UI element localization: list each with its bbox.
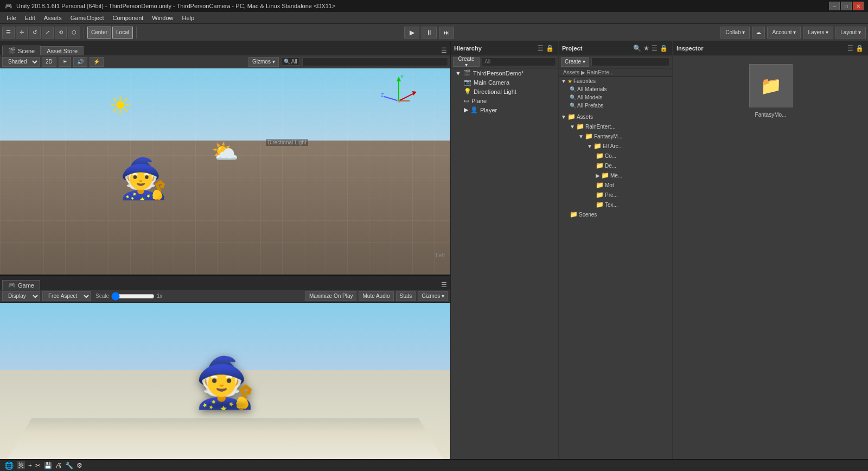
center-button[interactable]: Center bbox=[87, 27, 111, 39]
project-toolbar: Create ▾ bbox=[559, 55, 672, 68]
fav-prefabs[interactable]: 🔍 All Prefabs bbox=[559, 101, 672, 110]
mot-folder[interactable]: 📁 Mot bbox=[559, 180, 672, 190]
minimize-button[interactable]: – bbox=[829, 2, 840, 10]
right-panels: Hierarchy ☰ 🔒 Create ▾ ▼ 🎬 ThirdPersonDe… bbox=[450, 41, 868, 471]
asset-preview-icon: 📁 bbox=[749, 64, 793, 107]
status-bar: 🌐 英 + ✂ 💾 🖨 🔧 ⚙ bbox=[0, 459, 868, 471]
favorites-star-icon: ★ bbox=[567, 78, 572, 84]
hierarchy-item-maincamera[interactable]: 📷 Main Camera bbox=[451, 78, 558, 87]
layers-button[interactable]: Layers ▾ bbox=[803, 27, 833, 39]
hierarchy-item-player[interactable]: ▶ 👤 Player bbox=[451, 105, 558, 114]
de-folder[interactable]: 📁 De... bbox=[559, 161, 672, 170]
rotate-tool[interactable]: ↺ bbox=[29, 27, 41, 39]
scene-expand-icon: ▼ bbox=[455, 70, 461, 77]
gizmos-game-btn[interactable]: Gizmos ▾ bbox=[418, 291, 448, 301]
fantasym-folder[interactable]: ▼ 📁 FantasyM... bbox=[559, 131, 672, 141]
scene-search-input[interactable] bbox=[302, 58, 448, 66]
scene-toolbar: Shaded 2D ☀ 🔊 ⚡ Gizmos ▾ 🔍 All bbox=[0, 55, 450, 68]
layout-button[interactable]: Layout ▾ bbox=[835, 27, 866, 39]
account-button[interactable]: Account ▾ bbox=[767, 27, 801, 39]
assets-section[interactable]: ▼ 📁 Assets bbox=[559, 112, 672, 122]
tex-folder[interactable]: 📁 Tex... bbox=[559, 200, 672, 209]
favorites-section[interactable]: ▼ ★ Favorites bbox=[559, 77, 672, 85]
inspector-menu-btn[interactable]: ☰ bbox=[846, 43, 854, 53]
scene-viewport[interactable]: ☀ ⛅ 🧙 Y bbox=[0, 68, 450, 275]
hierarchy-lock-btn[interactable]: 🔒 bbox=[545, 43, 555, 53]
close-button[interactable]: ✕ bbox=[853, 2, 864, 10]
inspector-lock-btn[interactable]: 🔒 bbox=[854, 43, 865, 53]
hierarchy-title: Hierarchy bbox=[454, 45, 482, 52]
scene-icon: 🎬 bbox=[463, 69, 471, 77]
hierarchy-item-directionallight[interactable]: 💡 Directional Light bbox=[451, 87, 558, 96]
step-button[interactable]: ⏭ bbox=[439, 27, 454, 39]
elfarc-folder[interactable]: ▼ 📁 Elf Arc... bbox=[559, 141, 672, 151]
pause-button[interactable]: ⏸ bbox=[422, 27, 437, 39]
audio-toggle[interactable]: 🔊 bbox=[73, 57, 87, 67]
me-folder[interactable]: ▶ 📁 Me... bbox=[559, 170, 672, 180]
menu-edit[interactable]: Edit bbox=[21, 14, 40, 22]
pre-folder[interactable]: 📁 Pre... bbox=[559, 190, 672, 200]
rect-tool[interactable]: ⟲ bbox=[55, 27, 67, 39]
scene-tab[interactable]: 🎬 Scene bbox=[2, 46, 41, 55]
aspect-dropdown[interactable]: Free Aspect bbox=[42, 291, 91, 301]
scale-slider[interactable] bbox=[111, 294, 155, 299]
project-create-btn[interactable]: Create ▾ bbox=[561, 57, 589, 67]
game-panel-menu[interactable]: ☰ bbox=[440, 280, 448, 290]
play-button[interactable]: ▶ bbox=[404, 27, 419, 39]
light-toggle[interactable]: ☀ bbox=[59, 57, 71, 67]
2d-toggle[interactable]: 2D bbox=[42, 57, 56, 67]
hierarchy-item-plane[interactable]: ▭ Plane bbox=[451, 96, 558, 105]
shading-dropdown[interactable]: Shaded bbox=[2, 57, 40, 67]
me-folder-icon: 📁 bbox=[601, 171, 609, 179]
fav-models[interactable]: 🔍 All Models bbox=[559, 93, 672, 101]
project-search-btn[interactable]: 🔍 bbox=[632, 43, 642, 53]
light-icon: 💡 bbox=[464, 88, 471, 95]
cloud-button[interactable]: ☁ bbox=[752, 27, 765, 39]
fantasym-folder-icon: 📁 bbox=[585, 132, 593, 140]
inspector-header: Inspector ☰ 🔒 bbox=[673, 41, 868, 55]
mute-audio-btn[interactable]: Mute Audio bbox=[359, 291, 393, 301]
transform-tool[interactable]: ⬡ bbox=[68, 27, 80, 39]
pivot-group: Center Local bbox=[87, 27, 137, 39]
menu-window[interactable]: Window bbox=[148, 14, 177, 22]
hand-tool[interactable]: ☰ bbox=[2, 27, 15, 39]
hierarchy-item-scene[interactable]: ▼ 🎬 ThirdPersonDemo* bbox=[451, 68, 558, 78]
hierarchy-menu-btn[interactable]: ☰ bbox=[537, 43, 545, 53]
maximize-on-play-btn[interactable]: Maximize On Play bbox=[305, 291, 357, 301]
camera-icon: 📷 bbox=[464, 79, 471, 86]
stats-btn[interactable]: Stats bbox=[396, 291, 416, 301]
fx-toggle[interactable]: ⚡ bbox=[90, 57, 104, 67]
menu-assets[interactable]: Assets bbox=[40, 14, 66, 22]
maximize-button[interactable]: □ bbox=[841, 2, 852, 10]
project-fav-btn[interactable]: ★ bbox=[642, 43, 650, 53]
project-lock-btn[interactable]: 🔒 bbox=[659, 43, 669, 53]
menu-gameobject[interactable]: GameObject bbox=[66, 14, 108, 22]
scenes-folder[interactable]: 📁 Scenes bbox=[559, 209, 672, 219]
menu-file[interactable]: File bbox=[2, 14, 21, 22]
project-tree: ▼ ★ Favorites 🔍 All Materials 🔍 All Mode… bbox=[559, 77, 672, 471]
project-menu-btn[interactable]: ☰ bbox=[650, 43, 659, 53]
game-tab-bar: 🎮 Game ☰ bbox=[0, 276, 450, 290]
collab-button[interactable]: Collab ▾ bbox=[720, 27, 750, 39]
project-search-input[interactable] bbox=[591, 58, 670, 66]
hierarchy-search-input[interactable] bbox=[482, 58, 556, 66]
de-folder-icon: 📁 bbox=[596, 162, 604, 169]
local-button[interactable]: Local bbox=[112, 27, 133, 39]
gizmos-scene-btn[interactable]: Gizmos ▾ bbox=[248, 57, 279, 67]
co-folder[interactable]: 📁 Co... bbox=[559, 151, 672, 161]
game-tab[interactable]: 🎮 Game bbox=[2, 280, 40, 290]
game-viewport[interactable]: 🧙 bbox=[0, 303, 450, 471]
display-dropdown[interactable]: Display 1 bbox=[2, 291, 40, 301]
fav-materials[interactable]: 🔍 All Materials bbox=[559, 85, 672, 93]
co-folder-icon: 📁 bbox=[596, 152, 604, 160]
menu-component[interactable]: Component bbox=[108, 14, 148, 22]
menu-help[interactable]: Help bbox=[177, 14, 199, 22]
assets-folder-icon: 📁 bbox=[567, 113, 576, 120]
move-tool[interactable]: ✛ bbox=[16, 27, 28, 39]
camera-cloud-icon: ⛅ bbox=[212, 139, 239, 164]
asset-store-tab[interactable]: Asset Store bbox=[41, 46, 84, 55]
rainentert-folder[interactable]: ▼ 📁 RainEntert... bbox=[559, 122, 672, 131]
hierarchy-create-btn[interactable]: Create ▾ bbox=[453, 57, 480, 67]
scene-panel-menu[interactable]: ☰ bbox=[440, 46, 448, 55]
scale-tool[interactable]: ⤢ bbox=[42, 27, 54, 39]
